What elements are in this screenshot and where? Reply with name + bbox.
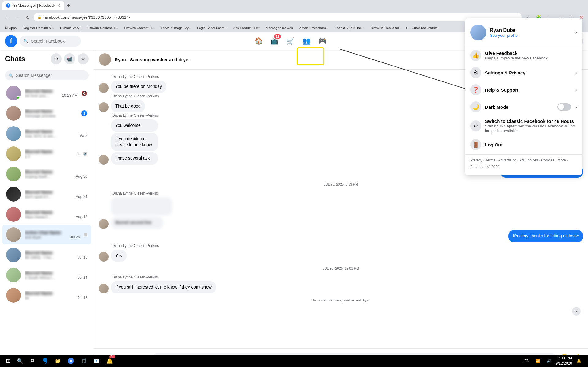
taskbar-language[interactable]: EN	[523, 357, 531, 365]
chat-item[interactable]: Blurred Name beJul 12	[2, 286, 91, 305]
search-input[interactable]	[31, 39, 77, 44]
chat-preview: looping itself...Aug 30	[25, 174, 87, 179]
chat-item[interactable]: Blurred Name 90-1993) - I ho...Jul 16	[2, 245, 91, 265]
message-row: If you still interested let me know if t…	[99, 281, 583, 293]
taskbar-clock[interactable]: 7:11 PM 9/12/2020	[556, 356, 572, 366]
expand-btn[interactable]: ›	[99, 307, 583, 316]
chat-item[interactable]: Blurred Name https://www.f...Aug 13	[2, 205, 91, 224]
chat-item[interactable]: Blurred Name p 2 1 🔊	[2, 144, 91, 164]
url-text: facebook.com/messages/t/3256738657773831…	[44, 15, 130, 20]
chat-list: Blurred Name we love you...10:13 AM 🔇 Bl…	[0, 83, 94, 367]
address-bar[interactable]: 🔒 facebook.com/messages/t/32567386577738…	[34, 13, 522, 21]
dropdown-help[interactable]: ❓ Help & Support ›	[465, 81, 582, 98]
bookmark-bitrix[interactable]: Bitrix24: Free landi...	[368, 25, 404, 30]
account-dropdown: Ryan Dube See your profile › 👍 Give Feed…	[465, 18, 582, 175]
taskbar-notification-center[interactable]: 🔔	[575, 357, 583, 365]
dropdown-give-feedback[interactable]: 👍 Give Feedback Help us improve the new …	[465, 47, 582, 64]
groups-nav-btn[interactable]: 👥	[299, 34, 314, 48]
bookmark-producthunt[interactable]: Ask Product Hunt	[231, 25, 262, 30]
bookmark-other[interactable]: Other bookmarks	[409, 25, 440, 30]
bookmark-lifewire2[interactable]: Lifewire Content H...	[122, 25, 157, 30]
logout-icon: 🚪	[470, 139, 481, 150]
chat-item[interactable]: Blurred Name we love you...10:13 AM 🔇	[2, 83, 91, 103]
unread-count: 1	[77, 152, 79, 156]
taskbar-network[interactable]: 📶	[534, 357, 542, 365]
chat-name: Blurred Name	[25, 291, 87, 296]
start-btn[interactable]: ⊞	[2, 355, 13, 366]
bookmark-messages[interactable]: Messages for web	[263, 25, 296, 30]
classic-fb-title: Switch to Classic Facebook for 48 Hours	[485, 119, 577, 124]
bookmark-register[interactable]: Register Domain N...	[20, 25, 56, 30]
forward-button[interactable]: →	[13, 13, 21, 21]
tab-favicon: f	[6, 3, 10, 8]
chat-item[interactable]: Blurred Name now, NYC is em...Wed	[2, 124, 91, 143]
messenger-search-input[interactable]	[16, 73, 85, 78]
dropdown-classic-fb[interactable]: ↩ Switch to Classic Facebook for 48 Hour…	[465, 115, 582, 136]
gaming-nav-btn[interactable]: 🎮	[315, 34, 330, 48]
more-bookmarks[interactable]: »	[406, 26, 408, 30]
dropdown-arrow-icon: ›	[575, 30, 577, 35]
edge-browser-btn[interactable]	[39, 355, 51, 367]
dropdown-settings[interactable]: ⚙ Settings & Privacy ›	[465, 64, 582, 81]
taskbar-volume[interactable]: 🔊	[545, 357, 553, 365]
taskbar-app5[interactable]: 🎵	[78, 355, 90, 367]
search-bar[interactable]: 🔍	[20, 36, 81, 47]
sidebar-header: Chats ⚙ 📹 ✏	[0, 50, 94, 68]
logout-title: Log Out	[485, 142, 577, 147]
settings-btn[interactable]: ⚙	[51, 53, 62, 64]
taskbar-app6[interactable]: 📧	[91, 355, 102, 367]
dropdown-user-avatar	[470, 25, 486, 40]
bookmark-launch[interactable]: I had a $1,440 lau...	[332, 25, 367, 30]
chat-preview: e South Africa l...Jul 14	[25, 275, 87, 280]
home-nav-btn[interactable]: 🏠	[251, 34, 266, 48]
toggle-more-btn[interactable]: ›	[576, 105, 577, 109]
dropdown-user-link[interactable]: See your profile	[490, 33, 572, 38]
dropdown-dark-mode[interactable]: 🌙 Dark Mode ›	[465, 98, 582, 115]
new-tab-button[interactable]: +	[64, 1, 73, 10]
search-taskbar-btn[interactable]: 🔍	[15, 355, 26, 366]
browser-tab-bar: f (3) Messenger | Facebook ✕ +	[0, 0, 588, 11]
bookmark-image[interactable]: Lifewire Image Sty...	[158, 25, 193, 30]
dropdown-item-info: Dark Mode	[485, 104, 554, 110]
dark-mode-title: Dark Mode	[485, 104, 554, 110]
messenger-search-box[interactable]: 🔍	[5, 70, 89, 80]
video-call-btn[interactable]: 📹	[64, 53, 75, 64]
file-explorer-btn[interactable]: 📁	[52, 355, 64, 367]
chat-item[interactable]: Blurred Name e South Africa l...Jul 14	[2, 265, 91, 285]
browser-tab-active[interactable]: f (3) Messenger | Facebook ✕	[2, 1, 64, 10]
chevron-right-icon2: ›	[575, 87, 577, 92]
video-nav-btn[interactable]: 📺 21	[267, 34, 282, 48]
chrome-browser-btn[interactable]	[65, 355, 77, 367]
tab-close-btn[interactable]: ✕	[57, 3, 61, 8]
dropdown-user-name: Ryan Dube	[490, 28, 572, 33]
bookmark-lifewire1[interactable]: Lifewire Content H...	[85, 25, 120, 30]
dark-mode-toggle[interactable]	[557, 103, 571, 111]
message-sender: Diana Lynne Olesen-Perkins	[99, 191, 583, 195]
taskbar-notification-btn[interactable]: 🔔 21	[104, 355, 115, 367]
chat-avatar	[6, 248, 21, 262]
marketplace-nav-btn[interactable]: 🛒	[283, 34, 298, 48]
bookmark-article[interactable]: Article Brainstorm...	[297, 25, 331, 30]
facebook-logo[interactable]: f	[5, 35, 17, 47]
message-avatar	[99, 219, 109, 229]
reload-button[interactable]: ↻	[23, 13, 32, 21]
chat-item[interactable]: Blurred Name don't spoil it f...Aug 24	[2, 184, 91, 204]
back-button[interactable]: ←	[2, 13, 11, 21]
bookmark-submit[interactable]: Submit Story |	[58, 25, 84, 30]
task-view-btn[interactable]: ⧉	[27, 355, 38, 366]
chat-avatar-active	[6, 227, 21, 242]
messenger-search-icon: 🔍	[9, 73, 13, 78]
chat-item[interactable]: Blurred Name looping itself...Aug 30	[2, 164, 91, 184]
bookmark-login[interactable]: Login - About.com...	[195, 25, 230, 30]
dropdown-logout[interactable]: 🚪 Log Out	[465, 136, 582, 153]
dropdown-user-section[interactable]: Ryan Dube See your profile ›	[465, 21, 582, 44]
chat-preview: don't spoil it f...Aug 24	[25, 195, 87, 199]
bookmark-apps[interactable]: ⊞ Apps	[2, 25, 19, 30]
message-bubble: That be good	[111, 100, 145, 112]
chat-item[interactable]: Blurred Name message preview 1	[2, 104, 91, 123]
dropdown-item-info: Help & Support	[485, 87, 572, 93]
dropdown-item-info: Log Out	[485, 142, 577, 147]
chat-item-active[interactable]: Active Chat Name and dryerJul 26	[2, 225, 91, 244]
chat-info: Blurred Name https://www.f...Aug 13	[25, 210, 87, 219]
new-message-btn[interactable]: ✏	[78, 53, 89, 64]
